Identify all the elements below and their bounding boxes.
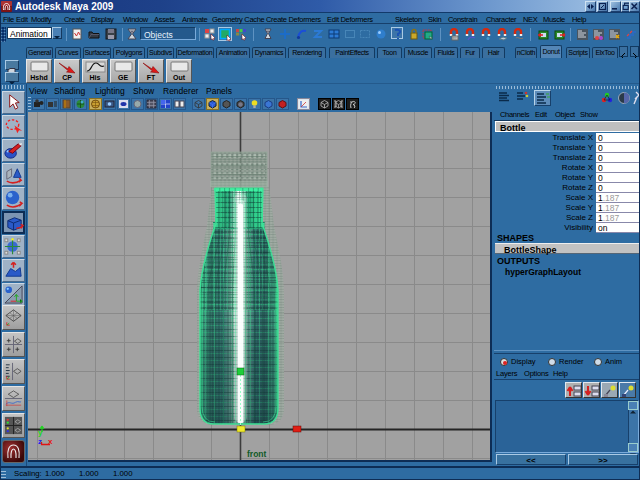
svg-text:front: front (247, 449, 267, 459)
